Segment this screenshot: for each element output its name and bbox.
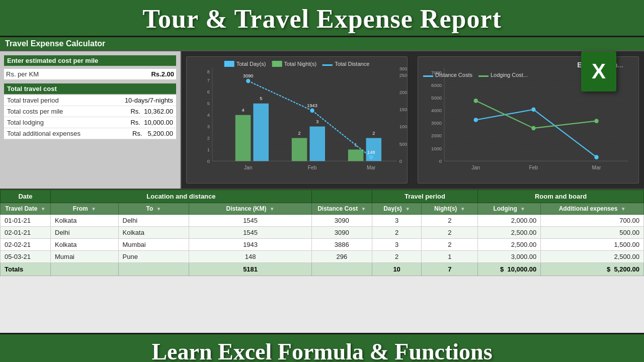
svg-rect-34 [348,149,364,161]
legend-label-nights: Total Night(s) [284,61,316,67]
cell-to: Mumbai [118,239,189,251]
legend-label-days: Total Day(s) [236,61,266,67]
col-days[interactable]: Day(s) ▼ [372,203,422,215]
svg-text:6000: 6000 [431,82,442,88]
chart2-container: Expense Ch... Distance Costs Lodging Cos… [413,51,644,189]
cell-nights: 2 [422,227,478,239]
totals-label: Totals [1,263,51,276]
cell-additional: 1,500.00 [541,239,644,251]
col-from[interactable]: From ▼ [51,203,119,215]
cell-from: Mumai [51,251,119,263]
cell-dist-cost: 3886 [311,239,372,251]
data-table: Date Location and distance Travel period… [0,190,644,276]
total-cost-header: Total travel cost [4,83,176,94]
totals-distance: 5181 [189,263,311,276]
top-banner-title: Tour & Travel Expense Report [0,4,644,34]
table-section: Date Location and distance Travel period… [0,190,644,333]
main-content: Enter estimated cost per mile Rs. per KM… [0,51,644,333]
top-section: Enter estimated cost per mile Rs. per KM… [0,51,644,190]
legend-item-lodging-cost: Lodging Cost... [478,72,528,78]
svg-text:0: 0 [439,158,442,163]
cell-lodging: 2,000.00 [478,215,541,227]
svg-line-71 [476,101,534,128]
group-header-blank [311,190,372,203]
cell-nights: 1 [422,251,478,263]
legend-label-lodging-cost: Lodging Cost... [491,72,528,78]
svg-text:2: 2 [372,130,375,136]
group-header-room-board: Room and board [478,190,644,203]
total-row-1: Total costs per mile Rs. 10,362.00 [4,106,176,117]
total-label-0: Total travel period [7,97,59,104]
svg-text:8: 8 [207,68,210,74]
col-travel-date[interactable]: Travel Date ▼ [1,203,51,215]
cell-from: Kolkata [51,215,119,227]
col-to[interactable]: To ▼ [118,203,189,215]
excel-logo-mark: X [581,51,616,92]
svg-text:Feb: Feb [308,164,317,170]
svg-point-42 [369,155,373,159]
col-dist-cost[interactable]: Distance Cost ▼ [311,203,372,215]
svg-text:1943: 1943 [307,103,317,108]
col-lodging[interactable]: Lodging ▼ [478,203,541,215]
cell-lodging: 3,000.00 [478,251,541,263]
svg-text:500: 500 [399,141,407,146]
totals-days: 10 [372,263,422,276]
col-additional[interactable]: Additional expenses ▼ [541,203,644,215]
svg-text:2: 2 [298,130,301,136]
col-header-row: Travel Date ▼ From ▼ To ▼ Distance (KM) … [1,203,644,215]
svg-rect-28 [253,104,269,161]
svg-text:2000: 2000 [399,89,407,95]
bottom-banner-title: Learn Excel Formula & Functions [151,338,492,362]
svg-text:1500: 1500 [399,107,407,112]
svg-text:1000: 1000 [431,145,442,151]
cell-to: Kolkata [118,227,189,239]
svg-text:4: 4 [207,112,210,118]
group-header-row: Date Location and distance Travel period… [1,190,644,203]
legend-item-dist-cost: Distance Costs [423,72,472,78]
svg-rect-32 [309,127,325,161]
svg-text:2000: 2000 [431,133,442,138]
top-banner: Tour & Travel Expense Report [0,0,644,37]
cell-lodging: 2,500.00 [478,239,541,251]
svg-text:6: 6 [207,89,210,95]
svg-text:7: 7 [207,77,210,83]
cell-distance: 148 [189,251,311,263]
total-value-1: Rs. 10,362.00 [130,108,173,115]
table-row: 02-02-21 Kolkata Mumbai 1943 3886 3 2 2,… [1,239,644,251]
totals-blank1 [51,263,119,276]
svg-rect-30 [292,138,307,161]
totals-blank2 [118,263,189,276]
cell-dist-cost: 296 [311,251,372,263]
cell-lodging: 2,500.00 [478,227,541,239]
calculator-panel: Enter estimated cost per mile Rs. per KM… [0,51,181,189]
svg-text:4: 4 [242,107,244,113]
table-row: 02-01-21 Delhi Kolkata 1545 3090 2 2 2,5… [1,227,644,239]
col-nights[interactable]: Night(s) ▼ [422,203,478,215]
col-distance[interactable]: Distance (KM) ▼ [189,203,311,215]
svg-point-73 [474,99,478,103]
charts-area: Total Day(s) Total Night(s) Total Distan… [181,51,644,189]
svg-text:5: 5 [207,101,210,106]
svg-point-75 [594,119,598,123]
group-header-date: Date [1,190,51,203]
cost-per-mile-header: Enter estimated cost per mile [4,55,176,66]
svg-text:3: 3 [207,124,210,129]
cell-additional: 700.00 [541,215,644,227]
cell-date: 05-03-21 [1,251,51,263]
cell-dist-cost: 3090 [311,215,372,227]
total-label-1: Total costs per mile [7,108,63,115]
group-header-travel-period: Travel period [372,190,477,203]
svg-text:4000: 4000 [431,108,442,113]
cell-days: 3 [372,239,422,251]
totals-dist-cost [311,263,372,276]
total-value-0: 10-days/7-nights [125,97,173,104]
cell-from: Delhi [51,227,119,239]
total-value-3: Rs. 5,200.00 [132,130,173,137]
cell-days: 3 [372,215,422,227]
cell-nights: 2 [422,239,478,251]
cell-additional: 500.00 [541,227,644,239]
chart1-legend: Total Day(s) Total Night(s) Total Distan… [224,61,370,67]
totals-lodging: $ 10,000.00 [478,263,541,276]
cell-days: 2 [372,227,422,239]
svg-text:Mar: Mar [592,164,601,170]
